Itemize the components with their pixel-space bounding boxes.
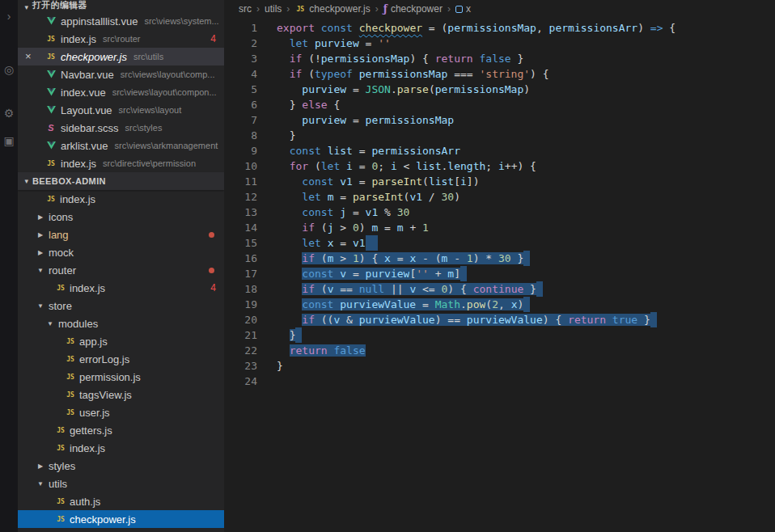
line-number[interactable]: 16 (224, 251, 257, 266)
code-line[interactable]: 23} (224, 358, 775, 374)
tree-item-user-js[interactable]: JSuser.js (18, 403, 224, 421)
code-line[interactable]: 17 const v = purview['' + m] (224, 266, 775, 281)
open-editor-item[interactable]: Navbar.vuesrc\views\layout\comp... (18, 65, 224, 83)
line-number[interactable]: 9 (224, 143, 257, 158)
tree-item-index-js[interactable]: JSindex.js (18, 439, 224, 457)
tree-item-checkpower-js[interactable]: JScheckpower.js (18, 510, 224, 528)
code-line[interactable]: 6 } else { (224, 97, 775, 112)
tree-item-router[interactable]: ▼router (18, 261, 224, 279)
tree-item-icons[interactable]: ▶icons (18, 208, 224, 226)
tree-item-errorLog-js[interactable]: JSerrorLog.js (18, 350, 224, 368)
line-number[interactable]: 20 (224, 312, 257, 327)
code-line[interactable]: 20 if ((v & purviewValue) == purviewValu… (224, 312, 775, 327)
line-number[interactable]: 14 (224, 220, 257, 235)
code-line[interactable]: 22 return false (224, 343, 775, 358)
line-number[interactable]: 1 (224, 20, 257, 36)
chevron-down-icon[interactable]: ▼ (36, 267, 45, 274)
line-number[interactable]: 23 (224, 358, 257, 374)
code-line[interactable]: 10 for (let i = 0; i < list.length; i++)… (224, 158, 775, 174)
open-editors-header[interactable]: ▾ 打开的编辑器 (18, 0, 224, 12)
close-icon[interactable]: × (25, 50, 32, 63)
breadcrumb-item[interactable]: src (239, 3, 252, 15)
breadcrumb-item[interactable]: utils (265, 3, 282, 15)
account-icon[interactable]: ◎ (0, 63, 18, 76)
tree-item-permission-js[interactable]: JSpermission.js (18, 368, 224, 386)
tree-item-index-js[interactable]: JSindex.js (18, 190, 224, 208)
line-number[interactable]: 22 (224, 343, 257, 358)
panel-icon[interactable]: ▣ (0, 134, 18, 147)
line-number[interactable]: 11 (224, 174, 257, 189)
code-line[interactable]: 2 let purview = '' (224, 36, 775, 51)
chevron-right-icon[interactable]: ▶ (36, 231, 45, 239)
code-text: if (m > 1) { x = x - (m - 1) * 30 } (257, 251, 530, 266)
chevron-down-icon[interactable]: ▼ (45, 320, 55, 327)
tree-item-mock[interactable]: ▶mock (18, 243, 224, 261)
code-line[interactable]: 24 (224, 374, 775, 389)
tree-item-modules[interactable]: ▼modules (18, 315, 224, 332)
line-number[interactable]: 10 (224, 158, 257, 174)
line-number[interactable]: 15 (224, 235, 257, 251)
tree-item-utils[interactable]: ▼utils (18, 475, 224, 492)
code-line[interactable]: 15 let x = v1 (224, 235, 775, 251)
line-number[interactable]: 17 (224, 266, 257, 281)
open-editor-item[interactable]: arklist.vuesrc\views\arkmanagement (18, 137, 224, 154)
code-line[interactable]: 1export const checkpower = (permissionsM… (224, 20, 775, 36)
open-editor-item[interactable]: JSindex.jssrc\directive\permission (18, 154, 224, 172)
line-number[interactable]: 3 (224, 51, 257, 66)
project-section-header[interactable]: ▾ BEEBOX-ADMIN (18, 172, 224, 190)
tree-item-styles[interactable]: ▶styles (18, 457, 224, 475)
open-editor-item[interactable]: appinstalllist.vuesrc\views\system... (18, 12, 224, 30)
code-line[interactable]: 9 const list = permissionsArr (224, 143, 775, 158)
open-editor-item[interactable]: Layout.vuesrc\views\layout (18, 101, 224, 119)
open-editor-item[interactable]: Ssidebar.scsssrc\styles (18, 119, 224, 137)
code-line[interactable]: 12 let m = parseInt(v1 / 30) (224, 189, 775, 205)
chevron-right-icon[interactable]: ▶ (36, 249, 45, 256)
breadcrumb-item[interactable]: JScheckpower.js (294, 3, 370, 15)
line-number[interactable]: 7 (224, 112, 257, 128)
chevron-down-icon: ▾ (21, 177, 32, 185)
code-line[interactable]: 16 if (m > 1) { x = x - (m - 1) * 30 } (224, 251, 775, 266)
code-line[interactable]: 11 const v1 = parseInt(list[i]) (224, 174, 775, 189)
breadcrumb-item[interactable]: ƒcheckpower (383, 3, 443, 15)
code-line[interactable]: 18 if (v == null || v <= 0) { continue } (224, 281, 775, 297)
line-number[interactable]: 13 (224, 205, 257, 220)
line-number[interactable]: 24 (224, 374, 257, 389)
tree-item-getters-js[interactable]: JSgetters.js (18, 421, 224, 439)
code-line[interactable]: 4 if (typeof permissionsMap === 'string'… (224, 66, 775, 82)
code-line[interactable]: 19 const purviewValue = Math.pow(2, x) (224, 297, 775, 312)
tree-item-auth-js[interactable]: JSauth.js (18, 492, 224, 510)
breadcrumb-item[interactable]: x (455, 3, 471, 15)
tree-item-store[interactable]: ▼store (18, 297, 224, 315)
line-number[interactable]: 19 (224, 297, 257, 312)
code-line[interactable]: 7 purview = permissionsMap (224, 112, 775, 128)
line-number[interactable]: 4 (224, 66, 257, 82)
chevron-down-icon[interactable]: ▼ (36, 480, 45, 488)
line-number[interactable]: 5 (224, 82, 257, 97)
code-line[interactable]: 8 } (224, 128, 775, 143)
line-number[interactable]: 12 (224, 189, 257, 205)
line-number[interactable]: 8 (224, 128, 257, 143)
open-editor-item[interactable]: JSindex.jssrc\router4 (18, 30, 224, 48)
chevron-icon[interactable]: › (0, 10, 18, 23)
code-area[interactable]: 1export const checkpower = (permissionsM… (224, 18, 775, 389)
chevron-right-icon[interactable]: ▶ (36, 462, 45, 470)
settings-gear-icon[interactable]: ⚙ (0, 107, 18, 120)
line-number[interactable]: 2 (224, 36, 257, 51)
open-editor-item[interactable]: ×JScheckpower.jssrc\utils (18, 48, 224, 65)
tree-item-lang[interactable]: ▶lang (18, 226, 224, 243)
open-editor-item[interactable]: index.vuesrc\views\layout\compon... (18, 83, 224, 101)
line-number[interactable]: 6 (224, 97, 257, 112)
folder-name: lang (49, 229, 69, 241)
chevron-right-icon[interactable]: ▶ (36, 213, 45, 221)
code-line[interactable]: 13 const j = v1 % 30 (224, 205, 775, 220)
code-line[interactable]: 5 purview = JSON.parse(permissionsMap) (224, 82, 775, 97)
tree-item-tagsView-js[interactable]: JStagsView.js (18, 386, 224, 403)
line-number[interactable]: 18 (224, 281, 257, 297)
tree-item-index-js[interactable]: JSindex.js4 (18, 279, 224, 297)
code-line[interactable]: 3 if (!permissionsMap) { return false } (224, 51, 775, 66)
line-number[interactable]: 21 (224, 327, 257, 343)
chevron-down-icon[interactable]: ▼ (36, 302, 45, 310)
code-line[interactable]: 14 if (j > 0) m = m + 1 (224, 220, 775, 235)
tree-item-app-js[interactable]: JSapp.js (18, 332, 224, 350)
code-line[interactable]: 21 } (224, 327, 775, 343)
